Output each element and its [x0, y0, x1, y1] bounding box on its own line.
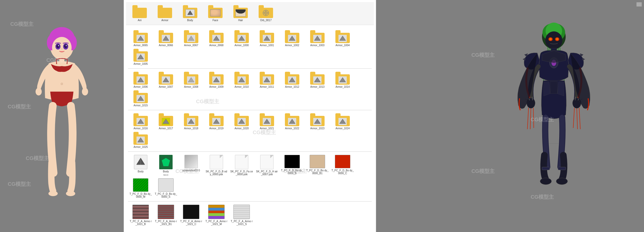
- svg-point-69: [549, 38, 552, 40]
- svg-rect-95: [558, 167, 566, 170]
- svg-marker-30: [314, 36, 320, 41]
- divider-2: [128, 110, 372, 110]
- folder-armor-label: Armor: [161, 19, 168, 22]
- svg-marker-52: [138, 138, 144, 142]
- svg-marker-18: [188, 11, 193, 15]
- folder-armor-1016[interactable]: Armor_1016: [129, 113, 152, 130]
- svg-line-91: [579, 108, 580, 129]
- file-psk-hair[interactable]: SK_PC_F_D_H air_0007.psk: [255, 155, 278, 176]
- folder-armor-1001[interactable]: Armor_1001: [255, 30, 278, 47]
- file-armor-1021-b[interactable]: T_PC_F_A_Armo r_1021_B: [129, 205, 152, 226]
- svg-line-86: [527, 108, 529, 129]
- file-armor-1021-s[interactable]: T_PC_F_A_Armo r_1021_S: [230, 205, 253, 226]
- folder-armor[interactable]: Armor: [153, 5, 176, 22]
- folder-armor-1006[interactable]: Armor_1006: [129, 72, 152, 88]
- svg-marker-40: [314, 77, 320, 82]
- folder-body-label: Body: [187, 19, 193, 22]
- svg-marker-29: [289, 36, 295, 41]
- folder-armor-1024[interactable]: Armor_1024: [331, 113, 354, 130]
- folder-armor-1007[interactable]: Armor_1007: [154, 72, 177, 88]
- divider-1: [128, 68, 372, 69]
- right-character-svg: [489, 15, 618, 217]
- folder-armor-1008[interactable]: Armor_1008: [180, 72, 203, 88]
- svg-point-11: [66, 45, 67, 46]
- svg-line-90: [577, 108, 578, 129]
- top-folders-row: Ani Armor Body: [126, 2, 374, 25]
- svg-point-92: [540, 178, 552, 185]
- folder-armor-1015[interactable]: Armor_1015: [129, 90, 152, 107]
- folder-armor-1011[interactable]: Armor_1011: [255, 72, 278, 88]
- svg-rect-94: [542, 167, 549, 170]
- folder-armor-1023[interactable]: Armor_1023: [306, 113, 329, 130]
- svg-marker-31: [340, 36, 346, 41]
- svg-line-88: [533, 108, 534, 128]
- folder-armor-1000[interactable]: Armor_1000: [230, 30, 253, 47]
- svg-marker-47: [239, 119, 245, 124]
- folder-armor-1004[interactable]: Armor_1004: [331, 30, 354, 47]
- folder-armor-1019[interactable]: Armor_1019: [205, 113, 228, 130]
- folder-armor-1014[interactable]: Armor_1014: [331, 72, 354, 88]
- svg-marker-36: [213, 77, 219, 82]
- folder-armor-1005[interactable]: Armor_1005: [129, 49, 152, 65]
- file-texture-white[interactable]: T_PC_F_D_Bo dy_0000_S: [154, 178, 177, 198]
- svg-marker-49: [289, 119, 295, 124]
- svg-marker-23: [138, 36, 144, 41]
- folder-armor-1025[interactable]: Armor_1025: [129, 132, 152, 148]
- file-screenshot[interactable]: screenshot03 0: [180, 155, 203, 176]
- folder-armor-1002[interactable]: Armor_1002: [281, 30, 304, 47]
- svg-line-89: [573, 108, 574, 128]
- divider-4: [128, 201, 372, 202]
- folder-armor-0067[interactable]: Armor_0067: [180, 30, 203, 47]
- folder-ani[interactable]: Ani: [128, 5, 151, 22]
- svg-marker-25: [188, 36, 194, 41]
- file-armor-1021-b1[interactable]: T_PC_F_A_Armo r_1021_B1: [154, 205, 177, 226]
- folder-ani-label: Ani: [138, 19, 141, 22]
- folder-armor-1017[interactable]: Armor_1017: [154, 113, 177, 130]
- svg-marker-50: [314, 119, 320, 124]
- window-button[interactable]: [636, 2, 642, 7]
- svg-marker-24: [163, 36, 169, 41]
- folder-armor-1022[interactable]: Armor_1022: [281, 113, 304, 130]
- svg-point-70: [556, 38, 558, 40]
- folder-armor-1020[interactable]: Armor_1020: [230, 113, 253, 130]
- folder-armor-0065[interactable]: Armor_0065: [129, 30, 152, 47]
- folder-armor-1003[interactable]: Armor_1003: [306, 30, 329, 47]
- folder-hair[interactable]: Hair: [229, 5, 252, 22]
- file-body-3d[interactable]: Body: [129, 155, 152, 176]
- file-armor-1021-m[interactable]: T_PC_F_A_Armo r_1021_M: [205, 205, 228, 226]
- folder-armor-1009[interactable]: Armor_1009: [205, 72, 228, 88]
- svg-point-17: [61, 83, 63, 85]
- svg-point-13: [36, 88, 42, 95]
- folder-armor-1021[interactable]: Armor_1021: [255, 113, 278, 130]
- svg-point-10: [58, 45, 59, 46]
- svg-point-66: [545, 31, 562, 49]
- folder-armor-0068[interactable]: Armor_0068: [205, 30, 228, 47]
- file-body-max[interactable]: Body MAX: [154, 155, 177, 176]
- folder-armor-1018[interactable]: Armor_1018: [180, 113, 203, 130]
- svg-marker-41: [340, 77, 346, 82]
- svg-point-16: [66, 191, 75, 196]
- file-texture-green[interactable]: T_PC_F_D_Bo dy_0000_M: [129, 178, 152, 198]
- folder-armor-0066[interactable]: Armor_0066: [154, 30, 177, 47]
- file-psk-body[interactable]: SK_PC_F_D_B ody_0000.psk: [205, 155, 228, 176]
- svg-line-87: [530, 108, 531, 129]
- folder-armor-1013[interactable]: Armor_1013: [306, 72, 329, 88]
- folder-armor-1010[interactable]: Armor_1010: [230, 72, 253, 88]
- svg-marker-51: [340, 119, 346, 124]
- file-texture-beige[interactable]: T_PC_F_D_Bo dy_0000_B1: [306, 155, 329, 176]
- svg-marker-33: [138, 77, 144, 82]
- file-armor-1021-c[interactable]: T_PC_F_A_Armo r_1021_C: [180, 205, 203, 226]
- right-character-panel: CG模型主 CG模型主 CG模型主 CG模型主: [464, 0, 644, 232]
- folder-armor-1012[interactable]: Armor_1012: [281, 72, 304, 88]
- file-browser-panel[interactable]: Ani Armor Body: [124, 0, 376, 232]
- svg-marker-28: [264, 36, 270, 41]
- file-texture-red[interactable]: T_PC_F_D_Bo dy_0000_C: [331, 155, 354, 176]
- svg-marker-75: [523, 58, 526, 60]
- svg-marker-45: [188, 119, 194, 124]
- folder-face[interactable]: Face: [204, 5, 227, 22]
- folder-body[interactable]: Body: [179, 5, 202, 22]
- file-psk-face[interactable]: SK_PC_F_D_Fa ce_0000.psk: [230, 155, 253, 176]
- folder-orb[interactable]: Orb_0017: [254, 5, 277, 22]
- folder-face-label: Face: [213, 19, 218, 22]
- file-texture-black[interactable]: T_PC_F_D_Bo dy_0000_B: [281, 155, 304, 176]
